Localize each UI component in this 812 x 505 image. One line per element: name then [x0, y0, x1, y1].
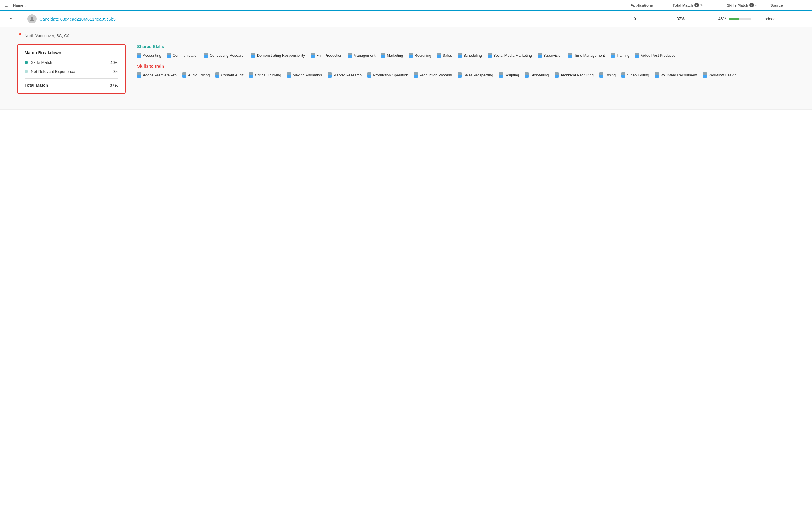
skill-tag: Scheduling: [458, 53, 481, 58]
skill-tag: Management: [348, 53, 375, 58]
skill-icon: [555, 72, 559, 77]
skill-icon: [499, 72, 503, 77]
skill-icon: [167, 53, 171, 58]
skill-icon: [599, 72, 603, 77]
skill-icon: [538, 53, 542, 58]
skill-tag: Volunteer Recruitment: [655, 72, 697, 77]
candidate-location: 📍 North Vancouver, BC, CA: [17, 33, 795, 38]
skills-to-train-title: Skills to train: [137, 63, 795, 68]
skill-icon: [182, 72, 186, 77]
total-match-info-icon[interactable]: i: [694, 3, 699, 7]
match-breakdown-box: Match Breakdown Skills Match 46% Not Rel…: [17, 44, 126, 94]
skill-icon: [287, 72, 291, 77]
skill-tag: Recruiting: [409, 53, 431, 58]
match-divider: [24, 78, 118, 79]
candidate-total-match: 37%: [655, 17, 706, 21]
skill-tag: Video Post Production: [635, 53, 678, 58]
skill-tag: Storytelling: [525, 72, 549, 77]
skills-match-dot: [24, 61, 28, 64]
skills-match-column-header: Skills Match i ▾: [713, 3, 770, 7]
skill-icon: [437, 53, 441, 58]
match-breakdown-title: Match Breakdown: [24, 50, 118, 55]
skill-icon: [611, 53, 615, 58]
skill-tag: Accounting: [137, 53, 161, 58]
skill-icon: [249, 72, 253, 77]
skill-icon: [487, 53, 491, 58]
skill-icon: [458, 53, 462, 58]
skill-icon: [137, 72, 141, 77]
skill-tag: Making Animation: [287, 72, 322, 77]
skill-icon: [328, 72, 332, 77]
skill-tag: Audio Editing: [182, 72, 210, 77]
skill-tag: Social Media Marketing: [487, 53, 532, 58]
detail-top: Match Breakdown Skills Match 46% Not Rel…: [17, 44, 795, 94]
not-relevant-label: Not Relevant Experience: [24, 69, 75, 74]
source-column-header: Source: [770, 3, 807, 7]
skills-match-bar: [729, 18, 751, 20]
candidate-applications: 0: [615, 17, 655, 21]
skill-tag: Technical Recruiting: [555, 72, 593, 77]
skill-icon: [621, 72, 625, 77]
skill-icon: [204, 53, 208, 58]
skill-icon: [703, 72, 707, 77]
not-relevant-row: Not Relevant Experience -9%: [24, 69, 118, 74]
location-icon: 📍: [17, 33, 23, 38]
skill-icon: [458, 72, 462, 77]
skill-icon: [311, 53, 315, 58]
skill-icon: [635, 53, 639, 58]
candidate-name[interactable]: Candidate 63d4cad2186f6114da09c5b3: [39, 17, 615, 21]
skill-icon: [568, 53, 572, 58]
skills-section: Shared Skills Accounting Communication: [137, 44, 795, 94]
skills-match-value: 46%: [110, 60, 118, 65]
header-checkbox[interactable]: [5, 3, 13, 7]
skill-tag: Market Research: [328, 72, 362, 77]
skill-icon: [251, 53, 255, 58]
skill-icon: [348, 53, 352, 58]
skill-tag: Scripting: [499, 72, 519, 77]
skills-match-sort-icon[interactable]: ▾: [755, 4, 757, 7]
skill-icon: [409, 53, 413, 58]
skill-icon: [414, 72, 418, 77]
candidate-skills-match: 46%: [706, 17, 764, 21]
shared-skills-title: Shared Skills: [137, 44, 795, 49]
skill-tag: Workflow Design: [703, 72, 736, 77]
total-match-column-header: Total Match i ⇅: [662, 3, 713, 7]
candidate-checkbox[interactable]: [5, 17, 8, 21]
skills-match-info-icon[interactable]: i: [749, 3, 754, 7]
skill-tag: Conducting Research: [204, 53, 246, 58]
name-column-header: Name ⇅: [13, 3, 622, 7]
name-sort-icon[interactable]: ⇅: [24, 4, 26, 7]
skill-tag: Marketing: [381, 53, 403, 58]
match-total-row: Total Match 37%: [24, 83, 118, 88]
candidate-checkbox-area: ▾: [5, 17, 27, 21]
select-all-checkbox[interactable]: [5, 3, 8, 7]
left-panel: Match Breakdown Skills Match 46% Not Rel…: [17, 44, 126, 94]
avatar-icon: [29, 16, 35, 22]
skill-icon: [525, 72, 529, 77]
table-header: Name ⇅ Applications Total Match i ⇅ Skil…: [0, 0, 812, 11]
skill-tag: Supervision: [538, 53, 563, 58]
skill-tag: Sales Prospecting: [458, 72, 493, 77]
skill-tag: Sales: [437, 53, 452, 58]
candidate-menu-button[interactable]: ⋮: [801, 16, 807, 22]
candidate-avatar: [27, 14, 36, 23]
skill-tag: Time Management: [568, 53, 605, 58]
skill-tag: Critical Thinking: [249, 72, 281, 77]
skill-icon: [367, 72, 371, 77]
skills-match-row: Skills Match 46%: [24, 60, 118, 65]
skills-to-train-grid: Adobe Premiere Pro Audio Editing Content…: [137, 72, 795, 77]
skill-tag: Production Process: [414, 72, 452, 77]
skill-tag: Adobe Premiere Pro: [137, 72, 177, 77]
applications-column-header: Applications: [622, 3, 662, 7]
skill-tag: Film Production: [311, 53, 342, 58]
skill-tag: Demonstrating Responsibility: [251, 53, 305, 58]
skill-icon: [215, 72, 219, 77]
candidate-row: ▾ Candidate 63d4cad2186f6114da09c5b3 0 3…: [0, 11, 812, 27]
skills-match-label: Skills Match: [24, 60, 52, 65]
skill-tag: Typing: [599, 72, 616, 77]
skill-tag: Video Editing: [621, 72, 649, 77]
shared-skills-grid: Accounting Communication Conducting Rese…: [137, 53, 795, 58]
total-match-sort-icon[interactable]: ⇅: [700, 4, 702, 7]
skill-tag: Content Audit: [215, 72, 243, 77]
expand-chevron-icon[interactable]: ▾: [10, 17, 12, 21]
